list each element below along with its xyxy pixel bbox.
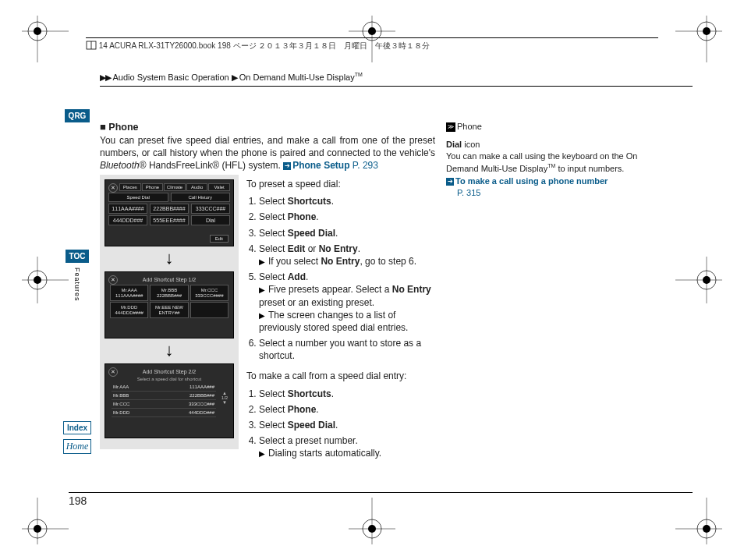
step-6: Select a number you want to store as a s… [259,337,434,362]
close-icon: ✕ [108,367,118,377]
t: Five presets appear. Select a [268,284,392,295]
step-5-sub2: The screen changes to a list of previous… [259,309,434,334]
svg-point-9 [34,525,41,533]
intro-text-a: You can preset five speed dial entries, … [100,135,435,158]
registration-mark [22,257,69,303]
trademark-symbol: TM [355,72,363,77]
svg-point-5 [703,27,710,35]
breadcrumb-part1: Audio System Basic Operation [112,73,229,82]
preset-intro: To preset a speed dial: [246,178,434,190]
side-line-1: Dial icon [446,139,668,151]
list-item: Mr.CCC333CCC### [112,400,216,409]
index-button[interactable]: Index [63,421,91,434]
svg-point-16 [28,271,47,289]
svg-point-28 [363,519,381,538]
section-title: ■ Phone [100,121,435,133]
close-icon: ✕ [108,275,118,285]
step-5: Select Add. Five presets appear. Select … [259,271,434,334]
call-step-3: Select Speed Dial. [259,419,434,431]
side-link-page: P. 315 [457,187,668,199]
close-icon: ✕ [108,183,118,193]
tab-valet: Valet [208,183,230,191]
breadcrumb-sep: ▶ [232,73,237,82]
t: Select [259,243,288,254]
tab-places: Places [119,183,141,191]
gutter-toc-area: TOC Features [62,245,92,304]
t: Speed Dial [288,420,335,431]
tab-audio: Audio [186,183,208,191]
make-call-link[interactable]: To make a call using a phone number [455,176,608,186]
link-icon: ➔ [283,162,291,170]
svg-point-1 [34,27,41,35]
t: Edit [288,243,306,254]
svg-point-21 [703,276,710,284]
document-header-line: 14 ACURA RLX-31TY26000.book 198 ページ ２０１３… [86,37,658,51]
list-value: 222BBB### [190,393,214,398]
gutter-qrg-area: QRG [62,105,92,122]
main-content: ■ Phone You can preset five speed dial e… [100,121,435,172]
t: . [316,404,318,415]
subtab-speed-dial: Speed Dial [108,193,168,202]
step-4: Select Edit or No Entry. If you select N… [259,243,434,268]
svg-point-17 [34,276,41,284]
t: Select [259,228,288,239]
section-title-text: Phone [108,122,138,133]
side-line-2: You can make a call using the keyboard o… [446,151,668,174]
side-link-row: ➔To make a call using a phone number [446,175,668,187]
preset-5: 555EEE#### [150,215,189,225]
call-step-4-sub: Dialing starts automatically. [259,447,434,459]
tab-phone: Phone [142,183,164,191]
preset-2: 222BBB#### [150,204,189,214]
t: , go to step 6. [360,256,416,267]
page-count: 1/2 [221,395,228,400]
cell: Mr.CCC 333CCC#### [190,285,229,301]
phone-setup-link[interactable]: Phone Setup [292,160,349,171]
step-5-sub1: Five presets appear. Select a No Entry p… [259,283,434,308]
list-item: Mr.BBB222BBB### [112,392,216,400]
list-name: Mr.DDD [113,410,129,415]
preset-4: 444DDD### [108,215,147,225]
qrg-button[interactable]: QRG [65,109,90,122]
side-tag-icon: ≫ [446,122,455,133]
t: Shortcuts [288,388,331,399]
page-number: 198 [69,492,693,507]
arrow-down-icon: ↓ [105,342,234,359]
preset-3: 333CCC### [191,204,230,214]
list-value: 333CCC### [189,402,214,406]
side-header: ≫Phone [446,121,668,133]
list-item: Mr.AAA111AAA### [112,383,216,392]
list-value: 111AAA### [190,385,214,389]
t: . [335,228,338,239]
link-label: Phone Setup [292,160,349,171]
svg-point-8 [28,519,47,538]
svg-point-25 [368,27,376,35]
t: . [316,211,318,222]
t: . [335,420,338,431]
svg-point-13 [703,525,710,533]
svg-point-20 [697,271,716,289]
dial-rest: icon [462,140,480,149]
breadcrumb-arrows: ▶▶ [100,73,111,82]
t: . [331,388,334,399]
cell: Mr.BBB 222BBB### [150,285,188,301]
t: Select a preset number. [259,435,358,446]
registration-mark [22,498,69,544]
list-name: Mr.AAA [113,385,129,389]
t: Add [288,271,306,282]
step-1: Select Shortcuts. [259,195,434,207]
side-note-column: ≫Phone Dial icon You can make a call usi… [446,121,668,199]
home-button[interactable]: Home [63,439,92,454]
toc-button[interactable]: TOC [66,250,90,263]
subtab-call-history: Call History [171,193,231,202]
step-3: Select Speed Dial. [259,227,434,239]
call-intro: To make a call from a speed dial entry: [246,370,434,382]
t: Select [259,420,288,431]
t: Select [259,271,288,282]
t: No Entry [321,256,360,267]
features-label: Features [73,268,81,302]
t: or [305,243,318,254]
screenshot-2: ✕ Add Shortcut Step 1/2 Mr.AAA 111AAA###… [105,271,234,338]
t: Select [259,388,288,399]
t: Dialing starts automatically. [268,448,381,459]
link-page-ref: P. 293 [353,160,378,171]
